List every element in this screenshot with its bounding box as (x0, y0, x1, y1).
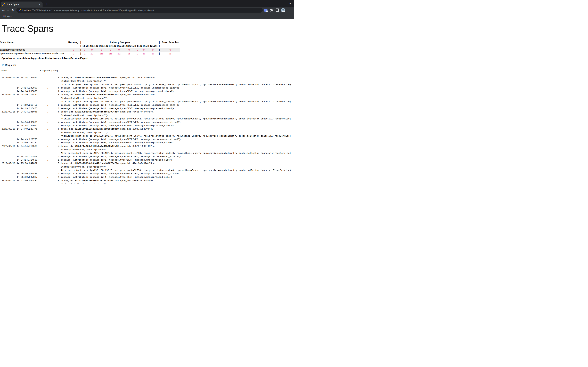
span-name-cell: opentelemetry.proto.collector.trace.v1.T… (0, 52, 65, 55)
latency-count-link[interactable]: 0 (84, 49, 86, 51)
latency-count-link[interactable]: 0 (152, 49, 154, 51)
latency-count-link[interactable]: 0 (110, 49, 111, 51)
side-panel-icon[interactable] (276, 8, 279, 12)
error-count-link[interactable]: 0 (169, 52, 171, 55)
new-tab-button[interactable]: + (44, 2, 49, 7)
browser-tab[interactable]: Trace Spans × (1, 1, 43, 7)
bucket-label: [>100ms] (124, 44, 134, 48)
latency-count-link[interactable]: 10 (118, 52, 120, 55)
divider: | (65, 41, 67, 44)
bucket-label: [>1ms] (106, 44, 114, 48)
divider: | (158, 41, 161, 44)
latency-count-link[interactable]: 10 (100, 52, 103, 55)
latency-count-link[interactable]: 0 (143, 52, 145, 55)
divider: | (158, 52, 161, 55)
reload-button[interactable]: ↻ (10, 8, 15, 12)
latency-count-link[interactable]: 5 (129, 52, 130, 55)
divider: | (158, 48, 161, 52)
request-count: 10 Requests (1, 64, 294, 67)
table-row: exporter/logging/traces | 0 | 0 0 1 0 0 … (0, 48, 180, 52)
running-count-link[interactable]: 0 (73, 52, 74, 55)
latency-count-link[interactable]: 0 (129, 49, 130, 51)
profile-avatar[interactable] (281, 8, 285, 12)
span-log: When Elapsed (sec) ---------------------… (1, 69, 294, 184)
browser-chrome: Trace Spans × + ⌄ ← → ↻ localhost:55679/… (0, 0, 294, 19)
table-row: opentelemetry.proto.collector.trace.v1.T… (0, 52, 180, 55)
bucket-header-row: | | [>0s] [>10µs] [>100µs] [>1ms] [>10ms… (0, 44, 180, 48)
extensions-puzzle-icon[interactable] (270, 8, 273, 12)
latency-count-link[interactable]: 0 (91, 49, 93, 51)
url-bar[interactable]: localhost:55679/debug/tracez?zspanname=o… (16, 8, 263, 13)
col-running: Running (67, 41, 79, 44)
latency-count-link[interactable]: 0 (118, 49, 120, 51)
divider: | (65, 44, 67, 48)
latency-count-link[interactable]: 10 (91, 52, 93, 55)
opentelemetry-favicon (18, 9, 21, 11)
selected-span-name: Span Name: opentelemetry.proto.collector… (1, 57, 294, 59)
bucket-label: [>10s] (140, 44, 147, 48)
latency-count-link[interactable]: 0 (137, 49, 138, 51)
col-span-name: Span Name (0, 41, 65, 44)
divider: | (79, 44, 82, 48)
page-title: Trace Spans (1, 23, 294, 34)
apps-label[interactable]: Apps (7, 15, 12, 17)
summary-header-row: Span Name | Running | Latency Samples | … (0, 41, 180, 44)
apps-grid-icon[interactable] (3, 15, 6, 17)
divider: | (65, 48, 67, 52)
latency-count-link[interactable]: 10 (109, 52, 112, 55)
bucket-label: [>10ms] (114, 44, 124, 48)
bucket-label: [>1s] (134, 44, 140, 48)
tab-title: Trace Spans (7, 3, 38, 6)
divider: | (65, 52, 67, 55)
latency-count-link[interactable]: 0 (137, 52, 138, 55)
divider: | (79, 41, 82, 44)
latency-count-link[interactable]: 1 (101, 49, 102, 51)
browser-toolbar: ← → ↻ localhost:55679/debug/tracez?zspan… (0, 7, 294, 13)
col-latency-samples: Latency Samples (82, 41, 158, 44)
latency-count-link[interactable]: 0 (143, 49, 145, 51)
url-text: localhost:55679/debug/tracez?zspanname=o… (22, 9, 154, 12)
translate-icon[interactable]: G文 (264, 9, 268, 12)
running-count-link[interactable]: 0 (73, 49, 74, 51)
menu-kebab-icon[interactable] (288, 9, 288, 12)
bucket-label: [>1m40s] (147, 44, 158, 48)
bookmarks-bar: Apps (0, 13, 294, 19)
chevron-down-icon[interactable]: ⌄ (289, 1, 291, 5)
divider: | (158, 44, 161, 48)
bucket-label: [>10µs] (88, 44, 96, 48)
summary-table: Span Name | Running | Latency Samples | … (0, 41, 180, 55)
span-name-cell: exporter/logging/traces (0, 48, 65, 52)
latency-count-link[interactable]: 0 (84, 52, 86, 55)
bucket-label: [>0s] (82, 44, 88, 48)
col-error-samples: Error Samples (161, 41, 180, 44)
forward-button[interactable]: → (6, 8, 10, 12)
opentelemetry-favicon (2, 3, 5, 6)
url-path: :55679/debug/tracez?zspanname=openteleme… (31, 9, 154, 12)
tab-close-icon[interactable]: × (38, 3, 41, 6)
page-content: Trace Spans Span Name | Running | Latenc… (0, 23, 294, 184)
divider: | (79, 52, 82, 55)
bucket-label: [>100µs] (96, 44, 106, 48)
back-button[interactable]: ← (1, 8, 6, 12)
divider: | (79, 48, 82, 52)
latency-count-link[interactable]: 0 (152, 52, 154, 55)
toolbar-icons: G文 (264, 8, 289, 12)
error-count-link[interactable]: 0 (169, 49, 171, 51)
tab-strip: Trace Spans × + ⌄ (0, 0, 294, 7)
url-host: localhost (22, 9, 31, 12)
